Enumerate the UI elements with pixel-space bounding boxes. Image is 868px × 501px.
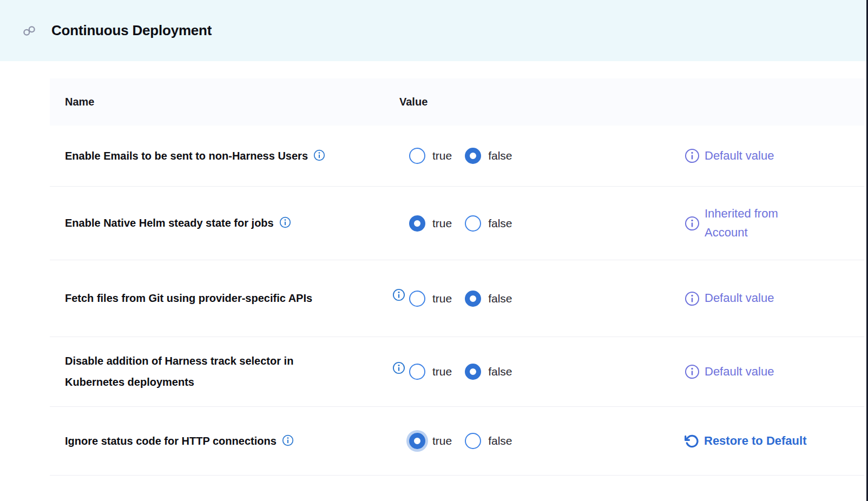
page-title: Continuous Deployment	[51, 22, 212, 39]
radio-false[interactable]	[465, 148, 481, 164]
radio-true-label[interactable]: true	[432, 292, 452, 305]
setting-value-cell: true false	[384, 291, 679, 307]
setting-name: Disable addition of Harness track select…	[65, 351, 351, 393]
table-header-row: Name Value	[50, 78, 864, 126]
setting-name-cell: Disable addition of Harness track select…	[50, 351, 384, 393]
column-header-name: Name	[50, 96, 384, 108]
setting-status-cell: Default value	[679, 147, 864, 165]
radio-false-label[interactable]: false	[488, 217, 512, 230]
setting-name: Ignore status code for HTTP connections	[65, 435, 277, 447]
radio-true-label[interactable]: true	[432, 365, 452, 378]
radio-false-label[interactable]: false	[488, 292, 512, 305]
setting-name-cell: Ignore status code for HTTP connections	[50, 431, 384, 452]
radio-true-label[interactable]: true	[432, 217, 452, 230]
setting-name-cell: Fetch files from Git using provider-spec…	[50, 288, 384, 309]
setting-value-cell: true false	[384, 364, 679, 380]
setting-name: Enable Emails to be sent to non-Harness …	[65, 150, 308, 162]
radio-false[interactable]	[465, 291, 481, 307]
status-info-icon[interactable]	[685, 364, 700, 379]
label-info-icon[interactable]	[313, 149, 325, 161]
setting-status-cell: Restore to Default	[679, 432, 864, 450]
label-info-icon[interactable]	[279, 216, 291, 228]
radio-false[interactable]	[465, 433, 481, 449]
table-row: Enable Native Helm steady state for jobs…	[50, 187, 864, 260]
radio-true[interactable]	[409, 291, 425, 307]
status-label[interactable]: Inherited from Account	[705, 205, 821, 241]
status-label[interactable]: Default value	[705, 362, 774, 381]
label-info-icon[interactable]	[282, 434, 294, 446]
radio-false[interactable]	[465, 364, 481, 380]
radio-true[interactable]	[409, 215, 425, 232]
table-row: Disable addition of Harness track select…	[50, 337, 864, 407]
radio-true-label[interactable]: true	[432, 149, 452, 162]
table-row: Enable Emails to be sent to non-Harness …	[50, 126, 864, 187]
setting-status-cell: Default value	[679, 289, 864, 307]
table-body: Enable Emails to be sent to non-Harness …	[50, 126, 864, 476]
value-info-icon[interactable]	[392, 361, 405, 374]
status-label[interactable]: Restore to Default	[704, 432, 806, 450]
setting-status-cell: Inherited from Account	[679, 205, 864, 241]
table-row: Fetch files from Git using provider-spec…	[50, 260, 864, 337]
status-info-icon[interactable]	[685, 148, 700, 163]
value-info-icon[interactable]	[392, 288, 405, 301]
setting-name: Enable Native Helm steady state for jobs	[65, 217, 274, 229]
column-header-value: Value	[384, 96, 679, 108]
status-info-icon[interactable]	[685, 216, 700, 231]
section-header: Continuous Deployment	[0, 0, 868, 61]
radio-false-label[interactable]: false	[488, 434, 512, 447]
status-info-icon[interactable]	[685, 291, 700, 306]
settings-screen: Continuous Deployment Name Value Enable …	[0, 0, 868, 501]
radio-true-label[interactable]: true	[432, 434, 452, 447]
restore-icon[interactable]	[685, 434, 699, 449]
radio-true[interactable]	[409, 433, 425, 449]
settings-table-container: Name Value Enable Emails to be sent to n…	[50, 78, 864, 476]
setting-value-cell: true false	[384, 148, 679, 164]
status-label[interactable]: Default value	[705, 289, 774, 307]
setting-name-cell: Enable Native Helm steady state for jobs	[50, 213, 384, 234]
table-row: Ignore status code for HTTP connections …	[50, 407, 864, 476]
radio-false-label[interactable]: false	[488, 365, 512, 378]
radio-true[interactable]	[409, 364, 425, 380]
setting-name: Fetch files from Git using provider-spec…	[65, 288, 312, 309]
radio-false[interactable]	[465, 215, 481, 232]
radio-true[interactable]	[409, 148, 425, 164]
setting-value-cell: true false	[384, 215, 679, 232]
setting-status-cell: Default value	[679, 362, 864, 381]
radio-false-label[interactable]: false	[488, 149, 512, 162]
status-label[interactable]: Default value	[705, 147, 774, 165]
settings-table: Name Value Enable Emails to be sent to n…	[50, 78, 864, 476]
setting-name-cell: Enable Emails to be sent to non-Harness …	[50, 146, 384, 167]
link-icon[interactable]	[23, 24, 36, 37]
setting-value-cell: true false	[384, 433, 679, 449]
